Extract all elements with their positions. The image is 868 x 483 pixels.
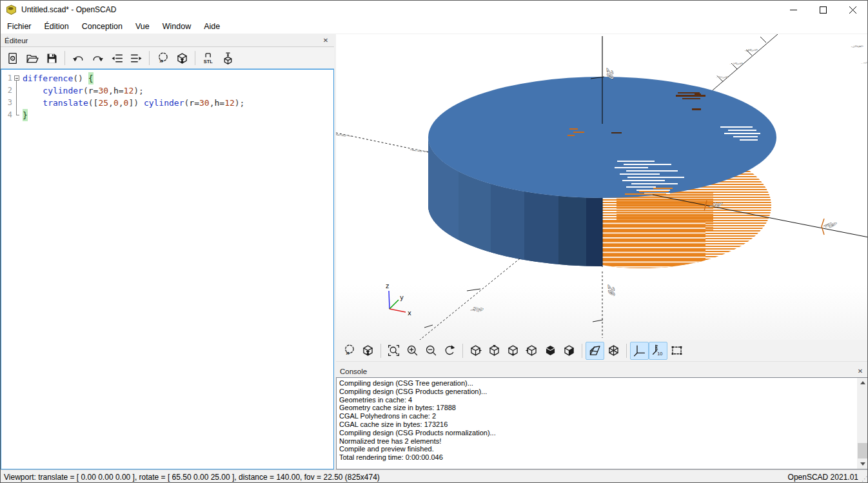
axis-label-negz20: 20 (606, 284, 616, 297)
save-file-button[interactable] (42, 49, 61, 67)
code-token: difference (23, 72, 73, 84)
svg-text:10: 10 (657, 351, 662, 357)
minimize-button[interactable] (778, 1, 808, 19)
axes-button[interactable] (630, 342, 649, 360)
scrollbar-thumb[interactable] (858, 443, 867, 458)
fold-margin[interactable] (12, 84, 21, 97)
fold-margin[interactable] (12, 97, 21, 109)
3d-viewport[interactable]: 20 40 10 20 30 30 20 30 20 20 20 20 (336, 34, 868, 340)
new-file-button[interactable] (3, 49, 23, 67)
minimize-icon (790, 6, 797, 14)
console-scrollbar[interactable] (857, 378, 868, 469)
toolbar-separator (462, 344, 463, 358)
render-button[interactable] (172, 49, 192, 67)
menu-bar: FichierÉditionConceptionVueWindowAide (1, 19, 867, 34)
right-panel: 20 40 10 20 30 30 20 30 20 20 20 20 (336, 34, 868, 469)
view-back-button[interactable] (560, 342, 578, 360)
view-bottom-button[interactable] (504, 342, 522, 360)
toolbar-separator (64, 51, 65, 65)
viewport-toolbar: »10 (336, 340, 868, 362)
zoom-out-icon (424, 344, 438, 357)
view-all-button[interactable] (667, 342, 686, 360)
line-number[interactable]: 4 (1, 109, 12, 121)
undo-icon (72, 52, 85, 65)
menu-edition[interactable]: Édition (38, 19, 75, 34)
view-right-button[interactable] (466, 342, 485, 360)
view-front-button[interactable] (541, 342, 560, 360)
menu-vue[interactable]: Vue (129, 19, 156, 34)
open-file-button[interactable] (23, 49, 42, 67)
svg-text:STL: STL (203, 58, 212, 64)
console-close-button[interactable]: ✕ (856, 367, 865, 376)
redo-button[interactable] (88, 49, 107, 67)
console-line: Compiling design (CSG Tree generation)..… (339, 379, 865, 388)
menu-conception[interactable]: Conception (75, 19, 129, 34)
code-token: 12 (124, 84, 134, 97)
perspective-button[interactable] (586, 342, 604, 360)
view-top-button[interactable] (485, 342, 504, 360)
code-token: r (88, 84, 94, 97)
scroll-up-button[interactable] (857, 378, 868, 388)
code-token: 30 (199, 97, 210, 109)
unindent-button[interactable] (107, 49, 126, 67)
render-button[interactable] (359, 342, 377, 360)
menu-aide[interactable]: Aide (197, 19, 226, 34)
undo-button[interactable] (68, 49, 88, 67)
preview-button[interactable]: » (153, 49, 172, 67)
line-number[interactable]: 1 (1, 72, 12, 84)
openscad-logo-icon (6, 5, 17, 15)
export-stl-button[interactable]: STL (199, 49, 218, 67)
zoom-out-button[interactable] (422, 342, 440, 360)
code-token (139, 97, 144, 109)
code-token (23, 97, 43, 109)
fold-line (16, 84, 17, 97)
send-to-printer-button[interactable] (218, 49, 237, 67)
view-left-button[interactable] (522, 342, 541, 360)
axis-neg-z (593, 271, 603, 338)
console-output[interactable]: Compiling design (CSG Tree generation)..… (336, 377, 868, 469)
orthogonal-button[interactable] (604, 342, 623, 360)
resize-grip[interactable]: ⋰ (862, 475, 867, 482)
preview-button[interactable]: » (340, 342, 359, 360)
maximize-button[interactable] (808, 1, 838, 19)
code-token: { (88, 72, 94, 84)
svg-text:»: » (159, 56, 163, 65)
preview-icon: » (156, 52, 170, 65)
reset-view-icon (443, 344, 457, 357)
fold-margin[interactable] (12, 72, 21, 84)
openscad-window: Untitled.scad* - OpenSCAD FichierÉdition… (0, 0, 868, 483)
code-token: 12 (224, 97, 235, 109)
menu-fichier[interactable]: Fichier (1, 19, 38, 34)
open-file-icon (26, 52, 39, 65)
perspective-icon (588, 344, 602, 357)
scroll-down-button[interactable] (857, 459, 868, 469)
orientation-triad: z y x (386, 282, 411, 317)
axis-label-x40: 40 (821, 222, 840, 228)
menu-window[interactable]: Window (156, 19, 197, 34)
redo-icon (91, 52, 104, 65)
axis-label-corner1: 30 (849, 45, 865, 47)
save-file-icon (45, 52, 59, 65)
window-title: Untitled.scad* - OpenSCAD (21, 5, 116, 14)
line-number[interactable]: 3 (1, 97, 12, 109)
zoom-in-button[interactable] (403, 342, 422, 360)
scale-markers-button[interactable]: 10 (649, 342, 667, 360)
editor-close-button[interactable]: ✕ (321, 36, 330, 45)
code-editor[interactable]: 1difference() {2 cylinder(r=30,h=12);3 t… (1, 69, 334, 469)
code-token: , (108, 97, 113, 109)
reset-view-button[interactable] (440, 342, 459, 360)
fold-margin[interactable] (12, 109, 21, 121)
version-text: OpenSCAD 2021.01 (788, 473, 858, 482)
code-line: 3 translate([25,0,0]) cylinder(r=30,h=12… (1, 97, 333, 109)
close-button[interactable] (838, 1, 867, 19)
code-token: cylinder (43, 84, 83, 97)
code-token: 30 (98, 84, 108, 97)
zoom-all-button[interactable] (384, 342, 403, 360)
indent-button[interactable] (126, 49, 146, 67)
console-line: Geometries in cache: 4 (339, 396, 865, 404)
arrow-down-icon (860, 462, 865, 466)
code-token: r (189, 97, 194, 109)
console-dock-header: Console ✕ (336, 365, 868, 378)
line-number[interactable]: 2 (1, 84, 12, 97)
code-token: , (108, 84, 113, 97)
